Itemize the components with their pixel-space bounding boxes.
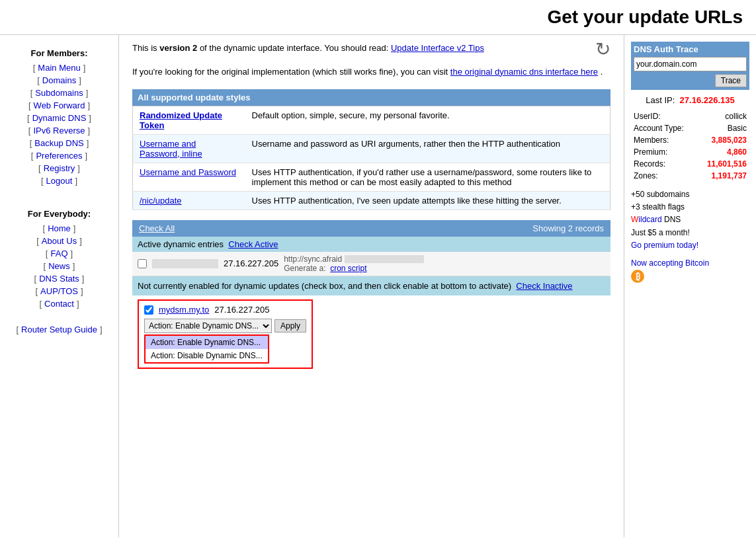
inactive-domain-link[interactable]: mydsm.my.to [159,305,209,315]
sidebar-item-router-setup[interactable]: [ Router Setup Guide ] [0,323,118,336]
check-all-bar: Check All Showing 2 records [132,220,610,237]
stat-row-userid: UserID: collick [631,110,749,122]
wildcard-rest: ildcard [638,215,661,224]
active-entry-ip: 27.16.227.205 [224,258,278,268]
sidebar: For Members: [ Main Menu ] [ Domains ] [… [0,35,119,537]
sidebar-item-contact[interactable]: [ Contact ] [0,297,118,310]
page-header: Get your update URLs [0,0,756,35]
active-entry-row: 27.16.227.205 http://sync.afraid Generat… [132,252,610,276]
inactive-entry-box: mydsm.my.to 27.16.227.205 Action: Enable… [138,299,313,369]
sidebar-item-faq[interactable]: [ FAQ ] [0,247,118,260]
sidebar-item-logout[interactable]: [ Logout ] [0,175,118,187]
table-row: /nic/update Uses HTTP authentication, I'… [133,191,610,210]
method-link-username-inline[interactable]: Username and Password, inline [140,139,202,159]
sidebar-item-preferences[interactable]: [ Preferences ] [0,149,118,162]
wildcard-dns-text: DNS [662,215,681,224]
dropdown-item-disable[interactable]: Action: Disable Dynamic DNS... [146,349,268,362]
stats-table: UserID: collick Account Type: Basic Memb… [631,110,749,182]
method-desc-username-inline: Username and password as URI arguments, … [245,134,610,163]
sidebar-item-registry[interactable]: [ Registry ] [0,162,118,175]
sidebar-item-about-us[interactable]: [ About Us ] [0,235,118,247]
method-desc-randomized: Default option, simple, secure, my perso… [245,106,610,134]
method-link-nic-update[interactable]: /nic/update [140,196,182,206]
stat-row-members: Members: 3,885,023 [631,134,749,146]
stat-row-records: Records: 11,601,516 [631,158,749,170]
intro-original-text: If you're looking for the original imple… [132,65,610,79]
bitcoin-icon: ₿ [631,270,644,283]
sidebar-item-domains[interactable]: [ Domains ] [0,74,118,87]
cron-script-link[interactable]: cron script [330,264,366,273]
inactive-entry-checkbox[interactable] [144,305,153,315]
upgrade-line2: +3 stealth flags [631,201,749,214]
check-inactive-link[interactable]: Check Inactive [516,281,572,291]
method-desc-username-password: Uses HTTP authentication, if you'd rathe… [245,163,610,191]
upgrade-line1: +50 subdomains [631,188,749,201]
sidebar-item-web-forward[interactable]: [ Web Forward ] [0,99,118,112]
original-dns-link[interactable]: the original dynamic dns interface here [450,67,598,77]
sidebar-item-backup-dns[interactable]: [ Backup DNS ] [0,137,118,149]
apply-button[interactable]: Apply [274,319,306,332]
dns-auth-title: DNS Auth Trace [634,44,747,54]
last-ip-value: 27.16.226.135 [680,95,735,105]
wildcard-dns-line: Wildcard DNS [631,214,749,226]
supported-styles-header: All supported update styles [132,89,610,106]
wildcard-w: W [631,215,638,224]
table-row: Username and Password Uses HTTP authenti… [133,163,610,191]
bitcoin-link[interactable]: Now accepting Bitcoin [631,258,709,268]
right-panel: DNS Auth Trace Trace Last IP: 27.16.226.… [624,35,756,537]
sidebar-everybody-title: For Everybody: [0,209,118,219]
action-select[interactable]: Action: Enable Dynamic DNS... [144,319,272,333]
inactive-entry-ip: 27.16.227.205 [214,305,269,315]
sidebar-item-main-menu[interactable]: [ Main Menu ] [0,61,118,74]
go-premium-link[interactable]: Go premium today! [631,241,698,250]
stat-row-premium: Premium: 4,860 [631,146,749,158]
upgrade-box: +50 subdomains +3 stealth flags Wildcard… [631,188,749,284]
method-link-username-password[interactable]: Username and Password [140,167,236,177]
action-dropdown-overlay: Action: Enable Dynamic DNS... Action: Di… [144,334,269,364]
active-header: Active dynamic entries Check Active [132,237,610,252]
update-tips-link[interactable]: Update Interface v2 Tips [391,43,484,53]
sidebar-item-home[interactable]: [ Home ] [0,222,118,235]
inactive-header: Not currently enabled for dynamic update… [132,276,610,296]
upgrade-line3: Just $5 a month! [631,227,749,239]
table-row: Username and Password, inline Username a… [133,134,610,163]
dns-domain-input[interactable] [634,57,747,71]
sidebar-item-aup-tos[interactable]: [ AUP/TOS ] [0,285,118,297]
sidebar-item-news[interactable]: [ News ] [0,260,118,272]
sidebar-item-dynamic-dns[interactable]: [ Dynamic DNS ] [0,112,118,124]
dropdown-item-enable[interactable]: Action: Enable Dynamic DNS... [146,336,268,349]
check-active-link[interactable]: Check Active [228,239,278,249]
showing-records: Showing 2 records [532,223,604,233]
trace-button[interactable]: Trace [715,74,747,87]
check-all-label[interactable]: Check All [139,223,175,233]
active-entry-sync: http://sync.afraid [284,254,605,264]
sidebar-item-subdomains[interactable]: [ Subdomains ] [0,87,118,99]
last-ip-row: Last IP: 27.16.226.135 [631,95,749,105]
sidebar-members-title: For Members: [0,48,118,58]
stat-row-account-type: Account Type: Basic [631,122,749,134]
sidebar-item-ipv6-reverse[interactable]: [ IPv6 Reverse ] [0,124,118,137]
active-entry-domain-blur [152,259,218,268]
update-styles-table: Randomized Update Token Default option, … [132,106,610,210]
refresh-icon[interactable]: ↻ [595,38,610,60]
table-row: Randomized Update Token Default option, … [133,106,610,134]
page-title: Get your update URLs [13,7,743,28]
bitcoin-row: Now accepting Bitcoin ₿ [631,257,749,284]
inactive-entry-row: mydsm.my.to 27.16.227.205 [144,305,306,315]
method-link-randomized[interactable]: Randomized Update Token [140,110,222,130]
intro-text: This is version 2 of the dynamic update … [132,42,610,56]
main-content: ↻ This is version 2 of the dynamic updat… [119,35,624,537]
dns-auth-box: DNS Auth Trace Trace [631,42,749,90]
sidebar-item-dns-stats[interactable]: [ DNS Stats ] [0,272,118,285]
method-desc-nic-update: Uses HTTP authentication, I've seen upda… [245,191,610,210]
intro-section: ↻ This is version 2 of the dynamic updat… [132,42,610,79]
action-row: Action: Enable Dynamic DNS... Apply [144,319,306,333]
active-entry-generate: Generate a: cron script [284,264,605,273]
stat-row-zones: Zones: 1,191,737 [631,170,749,182]
active-entry-checkbox[interactable] [138,259,147,268]
